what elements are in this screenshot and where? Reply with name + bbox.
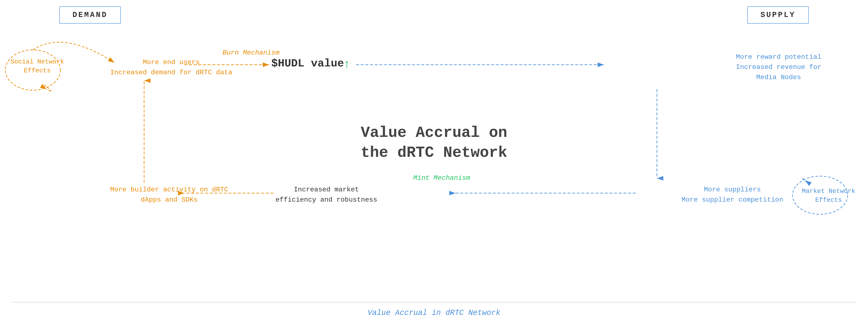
builder-activity-text: More builder activity on dRTC dApps and …	[110, 185, 228, 205]
diagram-svg	[0, 0, 868, 330]
bottom-caption: Value Accrual in dRTC Network	[368, 308, 500, 317]
demand-label: DEMAND	[72, 10, 107, 19]
supply-reward-text: More reward potential Increased revenue …	[736, 52, 822, 83]
demand-box: DEMAND	[59, 6, 121, 24]
more-suppliers-text: More suppliers	[704, 186, 761, 194]
up-arrow-icon: ↑	[343, 58, 350, 71]
title-line2: the dRTC Network	[361, 144, 507, 162]
increased-revenue-text: Increased revenue for	[736, 63, 822, 71]
bottom-separator	[13, 302, 855, 302]
center-title: Value Accrual on the dRTC Network	[361, 123, 507, 163]
increased-demand-text: Increased demand for dRTC data	[110, 68, 232, 76]
supplier-competition-text: More supplier competition	[682, 196, 783, 204]
burn-mechanism-text: Burn Mechanism	[222, 49, 280, 57]
media-nodes-text: Media Nodes	[756, 74, 801, 81]
hudl-value-label: $HUDL value	[271, 57, 344, 70]
mint-mechanism-label: Mint Mechanism	[413, 174, 470, 182]
more-end-users-text: More end users	[143, 58, 200, 66]
more-reward-potential-text: More reward potential	[736, 53, 822, 61]
supply-box: SUPPLY	[747, 6, 809, 24]
market-network-effects-text: Market NetworkEffects	[802, 187, 855, 204]
builder-line1: More builder activity on dRTC	[110, 186, 228, 194]
burn-mechanism-label: Burn Mechanism	[222, 49, 280, 57]
suppliers-text: More suppliers More supplier competition	[682, 185, 783, 205]
social-network-effects-text: Social NetworkEffects	[10, 57, 64, 75]
demand-text: More end users Increased demand for dRTC…	[110, 57, 232, 78]
efficiency-line1: Increased market	[294, 186, 359, 194]
hudl-value-text: $HUDL value	[271, 57, 344, 70]
efficiency-line2: efficiency and robustness	[276, 196, 377, 204]
mint-mechanism-text: Mint Mechanism	[413, 174, 470, 182]
diagram-container: DEMAND SUPPLY Social NetworkEffects More…	[0, 0, 868, 330]
supply-label: SUPPLY	[761, 10, 796, 19]
builder-line2: dApps and SDKs	[141, 196, 198, 204]
title-line1: Value Accrual on	[361, 124, 507, 142]
footer-caption-text: Value Accrual in dRTC Network	[368, 308, 500, 317]
efficiency-text: Increased market efficiency and robustne…	[276, 185, 377, 205]
